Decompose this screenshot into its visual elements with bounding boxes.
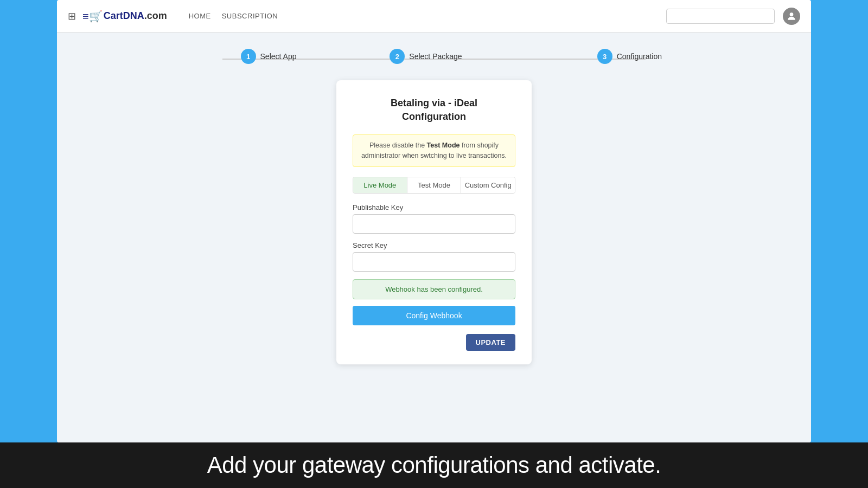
main-content: 1 Select App 2 Select Package 3 Configur… — [57, 33, 811, 442]
stepper: 1 Select App 2 Select Package 3 Configur… — [190, 49, 678, 64]
brand-icon: ≡🛒 — [82, 10, 103, 23]
update-button[interactable]: UPDATE — [466, 334, 515, 351]
publishable-key-label: Publishable Key — [353, 203, 515, 211]
step-1-circle: 1 — [241, 49, 256, 64]
warning-box: Please disable the Test Mode from shopif… — [353, 134, 515, 167]
step-2-circle: 2 — [390, 49, 405, 64]
nav-subscription[interactable]: SUBSCRIPTION — [222, 12, 278, 20]
mode-tabs: Live Mode Test Mode Custom Config — [353, 177, 515, 194]
config-webhook-button[interactable]: Config Webhook — [353, 306, 515, 325]
step-1: 1 Select App — [190, 49, 347, 64]
warning-bold: Test Mode — [427, 142, 460, 149]
webhook-status: Webhook has been configured. — [353, 279, 515, 299]
tab-test-mode[interactable]: Test Mode — [407, 177, 462, 193]
brand: ≡🛒 CartDNA.com — [82, 10, 167, 23]
step-1-label: Select App — [260, 52, 297, 61]
tab-custom-config[interactable]: Custom Config — [461, 177, 515, 193]
nav-home[interactable]: HOME — [189, 12, 211, 20]
form-footer: UPDATE — [353, 334, 515, 351]
svg-point-0 — [790, 12, 794, 16]
step-2: 2 Select Package — [347, 49, 505, 64]
avatar[interactable] — [783, 8, 800, 25]
secret-key-input[interactable] — [353, 252, 515, 272]
grid-icon[interactable]: ⊞ — [68, 10, 76, 22]
bottom-caption: Add your gateway configurations and acti… — [0, 442, 868, 488]
step-3-circle: 3 — [597, 49, 612, 64]
tab-live-mode[interactable]: Live Mode — [353, 177, 407, 193]
nav-links: HOME SUBSCRIPTION — [189, 12, 278, 20]
form-title: Betaling via - iDealConfiguration — [353, 97, 515, 124]
secret-key-label: Secret Key — [353, 241, 515, 249]
configuration-form-card: Betaling via - iDealConfiguration Please… — [336, 80, 532, 364]
browser-window: ⊞ ≡🛒 CartDNA.com HOME SUBSCRIPTION 1 Sel… — [57, 0, 811, 442]
brand-name: CartDNA.com — [104, 10, 167, 22]
publishable-key-input[interactable] — [353, 214, 515, 234]
navbar: ⊞ ≡🛒 CartDNA.com HOME SUBSCRIPTION — [57, 0, 811, 33]
step-3-label: Configuration — [617, 52, 662, 61]
step-3: 3 Configuration — [505, 49, 662, 64]
search-input[interactable] — [666, 9, 775, 24]
step-2-label: Select Package — [409, 52, 462, 61]
